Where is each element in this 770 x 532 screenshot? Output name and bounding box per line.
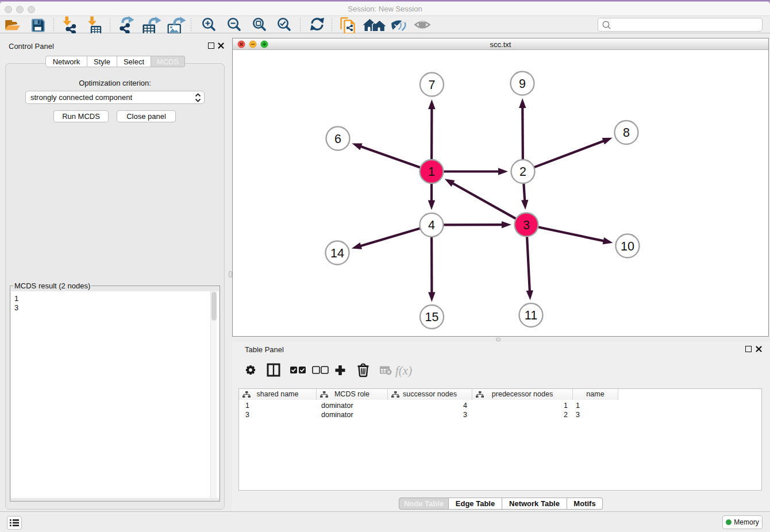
svg-text:3: 3 [523,218,530,232]
svg-text:f(x): f(x) [395,364,412,377]
svg-text:8: 8 [623,126,630,140]
svg-text:11: 11 [525,309,537,322]
svg-text:7: 7 [429,78,436,92]
svg-text:15: 15 [425,310,439,324]
svg-text:9: 9 [519,77,526,91]
svg-text:10: 10 [621,240,634,253]
svg-text:14: 14 [330,246,344,260]
svg-text:1: 1 [428,165,435,179]
svg-text:4: 4 [428,218,435,232]
svg-text:2: 2 [519,165,526,179]
svg-text:6: 6 [334,132,341,146]
